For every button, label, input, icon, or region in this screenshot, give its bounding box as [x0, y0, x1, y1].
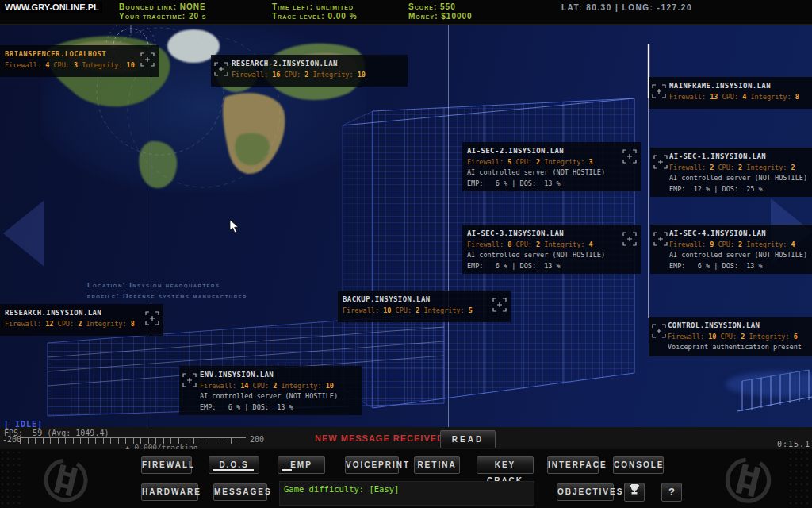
node-ai-note: AI controlled server (NOT HOSTILE) [467, 250, 617, 261]
emp-button[interactable]: EMP [278, 456, 325, 474]
cpu-value: 2 [78, 320, 82, 328]
target-reticle-icon [182, 373, 197, 391]
firewall-label: Firewall: [669, 164, 706, 171]
node-title: RESEARCH.INSYSION.LAN [5, 308, 140, 319]
node-stats: Firewall: 4 CPU: 3 Integrity: 10 [5, 60, 135, 71]
cpu-label: CPU: [253, 382, 269, 390]
cpu-label: CPU: [53, 61, 69, 69]
money: Money: $10000 [408, 12, 473, 21]
integrity-value: 4 [589, 241, 593, 248]
console-output-panel: Game difficulty: [Easy] [279, 481, 534, 506]
firewall-value: 10 [383, 306, 391, 314]
hud-time-stats: Time left: unlimited Trace level: 0.00 % [272, 2, 358, 21]
node-emp-dos: EMP: 6 % | DOS: 13 % [467, 179, 617, 190]
server-node-ai-sec-3[interactable]: AI-SEC-3.INSYSION.LAN Firewall: 8 CPU: 2… [462, 225, 641, 274]
target-reticle-icon [145, 311, 159, 329]
ruler-min-label: -200 [2, 435, 21, 444]
cpu-value: 2 [741, 333, 745, 341]
integrity-label: Integrity: [749, 333, 789, 341]
scan-vertical-line [448, 25, 449, 427]
server-node-control[interactable]: CONTROL.INSYSION.LAN Firewall: 10 CPU: 2… [649, 317, 812, 356]
key-crack-button[interactable]: KEY CRACK [477, 456, 534, 474]
server-node-ai-sec-2[interactable]: AI-SEC-2.INSYSION.LAN Firewall: 5 CPU: 2… [462, 142, 641, 191]
firewall-label: Firewall: [200, 382, 236, 390]
interface-button[interactable]: INTERFACE [547, 456, 599, 474]
server-node-mainframe[interactable]: MAINFRAME.INSYSION.LAN Firewall: 13 CPU:… [649, 77, 812, 109]
node-stats: Firewall: 10 CPU: 2 Integrity: 6 [668, 332, 807, 343]
node-ai-note: AI controlled server (NOT HOSTILE) [200, 391, 357, 402]
game-logo-left [22, 456, 109, 508]
node-emp-dos: EMP: 6 % | DOS: 13 % [467, 261, 617, 272]
time-left: Time left: unlimited [272, 2, 358, 12]
server-node-ai-sec-4[interactable]: AI-SEC-4.INSYSION.LAN Firewall: 9 CPU: 2… [650, 225, 812, 274]
node-stats: Firewall: 8 CPU: 2 Integrity: 4 [467, 240, 617, 251]
emp-progress-bar [282, 469, 292, 471]
integrity-value: 10 [358, 71, 366, 79]
help-button[interactable]: ? [661, 483, 682, 502]
integrity-label: Integrity: [86, 320, 126, 328]
messages-button[interactable]: MESSAGES [213, 483, 267, 501]
firewall-label: Firewall: [232, 71, 268, 79]
scroll-left-arrow[interactable] [3, 200, 44, 267]
node-emp-dos: EMP: 6 % | DOS: 13 % [200, 402, 357, 414]
server-node-brianspencer[interactable]: BRIANSPENCER.LOCALHOST Firewall: 4 CPU: … [0, 45, 159, 77]
node-stats: Firewall: 14 CPU: 2 Integrity: 10 [200, 381, 357, 392]
server-node-env[interactable]: ENV.INSYSION.LAN Firewall: 14 CPU: 2 Int… [179, 366, 362, 415]
objectives-button[interactable]: OBJECTIVES [557, 483, 614, 501]
firewall-label: Firewall: [467, 241, 504, 248]
node-title: AI-SEC-4.INSYSION.LAN [669, 229, 807, 240]
node-ai-note: AI controlled server (NOT HOSTILE) [669, 250, 807, 261]
read-message-button[interactable]: READ [440, 430, 496, 448]
watermark: WWW.GRY-ONLINE.PL [2, 2, 102, 13]
server-node-research-2[interactable]: RESEARCH-2.INSYSION.LAN Firewall: 16 CPU… [211, 55, 408, 87]
mode-indicator: [_IDLE] [4, 420, 43, 429]
hardware-button[interactable]: HARDWARE [141, 483, 198, 501]
target-reticle-icon [622, 232, 637, 250]
integrity-value: 2 [791, 164, 795, 171]
retina-button[interactable]: RETINA [414, 456, 460, 474]
target-reticle-icon [214, 62, 228, 80]
integrity-label: Integrity: [544, 158, 584, 166]
location-line1: Location: Insysion headquarters [87, 281, 220, 289]
voiceprint-button[interactable]: VOICEPRINT [345, 456, 399, 474]
session-timer: 0:15.1 [777, 440, 810, 448]
console-button[interactable]: CONSOLE [613, 456, 664, 474]
dos-button-label: D.O.S [219, 460, 248, 469]
integrity-value: 8 [131, 320, 135, 328]
node-stats: Firewall: 2 CPU: 2 Integrity: 2 [669, 163, 807, 174]
server-node-research[interactable]: RESEARCH.INSYSION.LAN Firewall: 12 CPU: … [0, 304, 163, 336]
server-node-backup[interactable]: BACKUP.INSYSION.LAN Firewall: 10 CPU: 2 … [338, 291, 511, 322]
cpu-value: 3 [74, 61, 78, 69]
cpu-value: 2 [536, 241, 540, 248]
node-title: BRIANSPENCER.LOCALHOST [5, 49, 135, 60]
server-node-ai-sec-1[interactable]: AI-SEC-1.INSYSION.LAN Firewall: 2 CPU: 2… [650, 148, 812, 197]
node-stats: Firewall: 5 CPU: 2 Integrity: 3 [467, 157, 617, 168]
firewall-value: 14 [240, 382, 248, 390]
firewall-label: Firewall: [669, 241, 706, 248]
firewall-value: 9 [710, 241, 714, 248]
firewall-value: 2 [710, 164, 714, 171]
trace-level: Trace level: 0.00 % [272, 12, 358, 21]
dos-button[interactable]: D.O.S [209, 456, 259, 474]
cpu-value: 2 [738, 241, 742, 248]
node-title: CONTROL.INSYSION.LAN [668, 321, 807, 332]
trophy-icon [629, 483, 640, 495]
integrity-value: 6 [794, 333, 798, 341]
achievements-button[interactable] [624, 483, 645, 502]
target-reticle-icon [652, 84, 666, 102]
integrity-label: Integrity: [82, 61, 122, 69]
node-title: ENV.INSYSION.LAN [200, 370, 357, 381]
score: Score: 550 [408, 2, 473, 12]
integrity-label: Integrity: [312, 71, 353, 79]
cpu-label: CPU: [58, 320, 74, 328]
node-title: MAINFRAME.INSYSION.LAN [669, 81, 807, 92]
tracetime: Your tracetime: 20 s [119, 12, 207, 21]
target-reticle-icon [653, 232, 668, 250]
cpu-value: 2 [536, 158, 540, 166]
hud-link-stats: Bounced link: NONE Your tracetime: 20 s [119, 2, 207, 21]
firewall-value: 5 [508, 158, 511, 166]
node-stats: Firewall: 10 CPU: 2 Integrity: 5 [343, 306, 487, 317]
game-logo-right [703, 454, 794, 508]
cpu-label: CPU: [515, 158, 531, 166]
firewall-button[interactable]: FIREWALL [141, 456, 192, 474]
